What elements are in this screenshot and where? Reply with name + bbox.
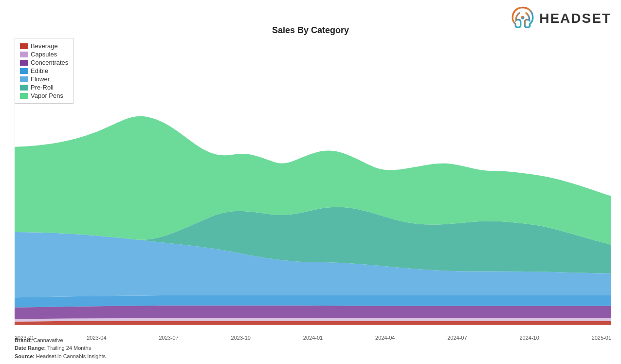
legend-color-vapor bbox=[20, 93, 28, 99]
legend-color-preroll bbox=[20, 85, 28, 91]
chart-legend: Beverage Capsules Concentrates Edible Fl… bbox=[15, 38, 73, 104]
legend-label-concentrates: Concentrates bbox=[31, 59, 68, 66]
footer-brand: Brand: Cannavative bbox=[15, 336, 106, 345]
page-container: HEADSET Sales By Category Beverage Capsu… bbox=[0, 0, 621, 364]
x-label-7: 2024-10 bbox=[519, 335, 539, 341]
x-label-2: 2023-07 bbox=[159, 335, 178, 341]
area-beverage bbox=[15, 321, 611, 325]
legend-item-capsules: Capsules bbox=[20, 51, 68, 58]
svg-point-0 bbox=[521, 16, 525, 19]
legend-color-edible bbox=[20, 68, 28, 74]
legend-color-capsules bbox=[20, 52, 28, 57]
legend-label-beverage: Beverage bbox=[31, 42, 58, 50]
footer-source-label: Source: bbox=[15, 353, 35, 359]
footer-info: Brand: Cannavative Date Range: Trailing … bbox=[15, 336, 106, 361]
footer-date-value: Trailing 24 Months bbox=[47, 345, 91, 351]
x-label-6: 2024-07 bbox=[447, 335, 467, 341]
x-label-8: 2025-01 bbox=[592, 335, 611, 341]
legend-color-flower bbox=[20, 76, 28, 82]
legend-label-capsules: Capsules bbox=[31, 51, 57, 58]
x-label-4: 2024-01 bbox=[303, 335, 323, 341]
legend-item-edible: Edible bbox=[20, 67, 68, 74]
logo-text: HEADSET bbox=[539, 11, 611, 26]
footer-brand-label: Brand: bbox=[15, 337, 32, 343]
legend-item-flower: Flower bbox=[20, 75, 68, 83]
footer-date-label: Date Range: bbox=[15, 345, 46, 351]
legend-label-flower: Flower bbox=[31, 75, 50, 83]
footer-date: Date Range: Trailing 24 Months bbox=[15, 344, 106, 352]
legend-item-concentrates: Concentrates bbox=[20, 59, 68, 66]
legend-label-preroll: Pre-Roll bbox=[31, 84, 54, 91]
area-concentrates bbox=[15, 306, 611, 319]
legend-item-vapor: Vapor Pens bbox=[20, 92, 68, 99]
x-label-3: 2023-10 bbox=[231, 335, 251, 341]
footer-source-value: Headset.io Cannabis Insights bbox=[36, 353, 106, 359]
area-capsules bbox=[15, 318, 611, 321]
chart-svg bbox=[15, 36, 611, 328]
chart-title: Sales By Category bbox=[0, 25, 621, 36]
legend-label-vapor: Vapor Pens bbox=[31, 92, 63, 99]
legend-item-beverage: Beverage bbox=[20, 42, 68, 50]
legend-item-preroll: Pre-Roll bbox=[20, 84, 68, 91]
legend-color-beverage bbox=[20, 43, 28, 49]
legend-color-concentrates bbox=[20, 60, 28, 66]
legend-label-edible: Edible bbox=[31, 67, 48, 74]
footer-source: Source: Headset.io Cannabis Insights bbox=[15, 352, 106, 361]
x-label-5: 2024-04 bbox=[375, 335, 395, 341]
chart-area bbox=[15, 36, 611, 328]
footer-brand-value: Cannavative bbox=[34, 337, 63, 343]
